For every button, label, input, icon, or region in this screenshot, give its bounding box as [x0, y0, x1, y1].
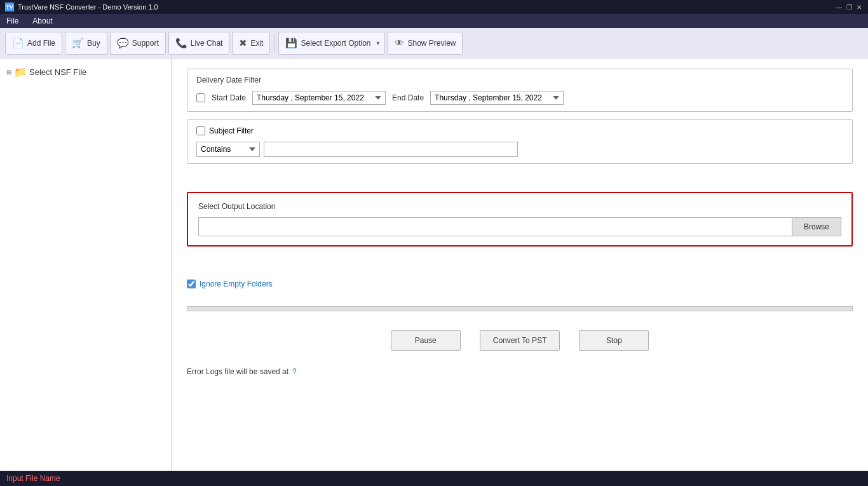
- dropdown-arrow-icon: ▼: [376, 40, 381, 46]
- status-text: Input File Name: [6, 474, 60, 483]
- add-file-icon: 📄: [12, 37, 24, 49]
- start-date-checkbox[interactable]: [196, 93, 205, 102]
- window-controls: — ❐ ✕: [835, 3, 863, 11]
- start-date-label: Start Date: [212, 93, 246, 102]
- toolbar: 📄 Add File 🛒 Buy 💬 Support 📞 Live Chat ✖…: [0, 28, 868, 58]
- end-date-label: End Date: [392, 93, 424, 102]
- delivery-date-title: Delivery Date Filter: [196, 76, 843, 84]
- toolbar-separator: [274, 34, 275, 52]
- maximize-button[interactable]: ❐: [845, 3, 853, 11]
- exit-icon: ✖: [239, 37, 247, 49]
- subject-filter-row: Contains: [196, 142, 843, 157]
- sidebar-nsf-item[interactable]: ⊞ 📁 Select NSF File: [5, 64, 166, 81]
- spacer-2: [187, 254, 853, 267]
- date-row: Start Date Thursday , September 15, 2022…: [196, 91, 843, 105]
- folder-icon: 📁: [14, 66, 27, 78]
- output-location-section: Select Output Location Browse: [187, 192, 853, 246]
- preview-icon: 👁: [395, 37, 404, 48]
- live-chat-icon: 📞: [175, 37, 187, 49]
- ignore-empty-label[interactable]: Ignore Empty Folders: [200, 280, 273, 288]
- browse-button[interactable]: Browse: [792, 217, 841, 236]
- end-date-select[interactable]: Thursday , September 15, 2022: [430, 91, 564, 105]
- stop-button[interactable]: Stop: [579, 330, 649, 351]
- export-icon: 💾: [285, 37, 297, 49]
- content-area: Delivery Date Filter Start Date Thursday…: [172, 58, 868, 471]
- app-logo: TV: [5, 3, 14, 11]
- support-icon: 💬: [117, 37, 129, 49]
- output-location-title: Select Output Location: [198, 202, 841, 211]
- convert-button[interactable]: Convert To PST: [480, 330, 560, 351]
- support-button[interactable]: 💬 Support: [110, 32, 166, 55]
- sidebar: ⊞ 📁 Select NSF File: [0, 58, 172, 471]
- pause-button[interactable]: Pause: [391, 330, 461, 351]
- subject-filter-title: Subject Filter: [209, 126, 254, 135]
- action-buttons: Pause Convert To PST Stop: [187, 324, 853, 357]
- select-export-option-button[interactable]: 💾 Select Export Option ▼: [278, 32, 385, 55]
- contains-select[interactable]: Contains: [196, 142, 260, 157]
- subject-filter: Subject Filter Contains: [187, 119, 853, 164]
- ignore-empty-checkbox[interactable]: [187, 280, 196, 288]
- title-bar: TV TrustVare NSF Converter - Demo Versio…: [0, 0, 868, 14]
- spacer-1: [187, 172, 853, 184]
- app-title: TrustVare NSF Converter - Demo Version 1…: [18, 3, 158, 11]
- subject-filter-header: Subject Filter: [196, 126, 843, 135]
- progress-bar-container: [187, 306, 853, 311]
- status-bar: Input File Name: [0, 471, 868, 486]
- sidebar-label: Select NSF File: [29, 67, 86, 77]
- ignore-empty-folders-section: Ignore Empty Folders: [187, 274, 853, 294]
- add-file-button[interactable]: 📄 Add File: [5, 32, 62, 55]
- error-logs-text: Error Logs file will be saved at: [187, 367, 288, 376]
- menu-about[interactable]: About: [30, 15, 55, 27]
- start-date-select[interactable]: Thursday , September 15, 2022: [252, 91, 386, 105]
- minimize-button[interactable]: —: [835, 3, 843, 11]
- show-preview-button[interactable]: 👁 Show Preview: [388, 32, 463, 55]
- output-row: Browse: [198, 217, 841, 236]
- output-path-input[interactable]: [198, 217, 792, 236]
- expand-icon: ⊞: [6, 69, 11, 76]
- close-button[interactable]: ✕: [855, 3, 863, 11]
- main-layout: ⊞ 📁 Select NSF File Delivery Date Filter…: [0, 58, 868, 471]
- subject-filter-checkbox[interactable]: [196, 126, 205, 135]
- subject-input[interactable]: [264, 142, 518, 157]
- exit-button[interactable]: ✖ Exit: [232, 32, 270, 55]
- error-logs-row: Error Logs file will be saved at ?: [187, 365, 853, 379]
- error-logs-link[interactable]: ?: [292, 367, 297, 376]
- menu-file[interactable]: File: [4, 15, 21, 27]
- buy-button[interactable]: 🛒 Buy: [65, 32, 107, 55]
- menu-bar: File About: [0, 14, 868, 28]
- live-chat-button[interactable]: 📞 Live Chat: [168, 32, 230, 55]
- title-bar-left: TV TrustVare NSF Converter - Demo Versio…: [5, 3, 158, 11]
- delivery-date-filter: Delivery Date Filter Start Date Thursday…: [187, 69, 853, 112]
- buy-icon: 🛒: [72, 37, 84, 49]
